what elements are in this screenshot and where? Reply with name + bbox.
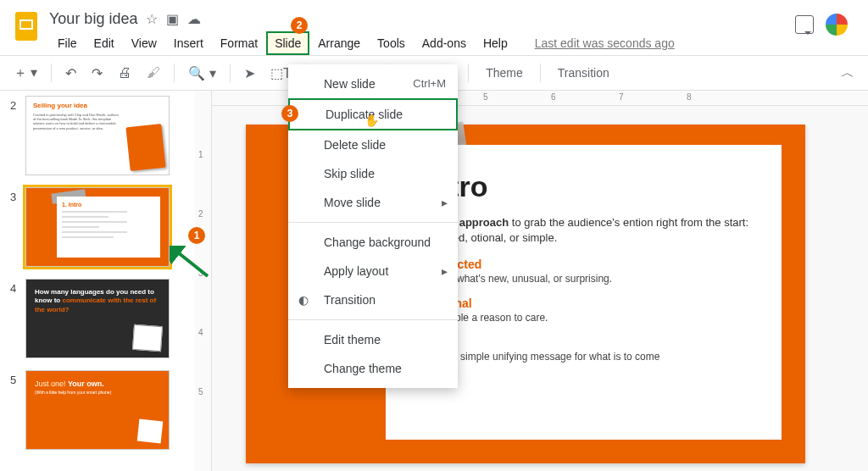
submenu-arrow-icon: ▸	[442, 264, 448, 278]
new-slide-button[interactable]: ＋ ▾	[8, 63, 42, 84]
cloud-status-icon[interactable]: ☁	[187, 11, 201, 27]
thumb5-heading: Just one! Your own.	[35, 380, 160, 388]
thumb-number: 5	[10, 370, 25, 386]
zoom-icon[interactable]: 🔍 ▾	[183, 64, 220, 83]
comments-icon[interactable]	[795, 15, 814, 34]
menu-new-slide[interactable]: New slide Ctrl+M	[288, 69, 458, 98]
menu-transition[interactable]: ◐ Transition	[288, 285, 458, 314]
menu-skip-slide[interactable]: Skip slide	[288, 159, 458, 188]
menu-view[interactable]: View	[123, 31, 165, 55]
thumb2-book-image	[125, 124, 165, 171]
menu-label: Transition	[324, 293, 376, 307]
bullet-title: Emotional	[415, 296, 760, 310]
document-title[interactable]: Your big idea	[49, 10, 137, 28]
submenu-arrow-icon: ▸	[442, 196, 448, 209]
sticky-note-graphic	[137, 419, 164, 444]
slide-thumbnails-panel: 2 Selling your idea Created in partnersh…	[0, 91, 195, 471]
thumb-number: 4	[10, 279, 25, 295]
last-edit-link[interactable]: Last edit was seconds ago	[535, 36, 675, 50]
slide-bullet-emotional[interactable]: ● Emotional Give people a reason to care…	[408, 296, 760, 324]
thumb3-title: 1. Intro	[62, 202, 155, 208]
bullet-title: Unexpected	[415, 258, 760, 271]
bullet-desc: Provide a simple unifying message for wh…	[415, 351, 760, 363]
menu-addons[interactable]: Add-ons	[414, 31, 475, 55]
paint-format-icon[interactable]: 🖌	[142, 64, 165, 82]
thumb2-text: Created in partnership with Chip and Dan…	[33, 113, 122, 130]
thumbnail-slide-3[interactable]: 1. Intro	[25, 187, 170, 267]
menu-label: New slide	[324, 77, 376, 91]
menu-apply-layout[interactable]: Apply layout ▸	[288, 257, 458, 285]
menu-change-theme[interactable]: Change theme	[288, 354, 458, 383]
bullet-desc: Give people a reason to care.	[415, 312, 760, 324]
thumb2-title: Selling your idea	[33, 102, 162, 109]
svg-line-0	[175, 250, 208, 276]
slide-title[interactable]: . Intro	[408, 170, 760, 203]
thumbnail-slide-5[interactable]: Just one! Your own. (With a little help …	[25, 370, 170, 450]
menu-file[interactable]: File	[49, 31, 86, 55]
transition-icon: ◐	[298, 293, 309, 307]
thumb4-text: How many languages do you need to know t…	[35, 288, 160, 314]
annotation-badge-2: 2	[291, 17, 308, 34]
sticky-note-graphic	[132, 324, 163, 352]
menu-change-background[interactable]: Change background	[288, 228, 458, 257]
menu-label: Apply layout	[324, 264, 388, 278]
menu-tools[interactable]: Tools	[369, 31, 414, 55]
slide-intro-text[interactable]: oose one approach to grab the audience's…	[408, 215, 760, 246]
bullet-desc: Highlight what's new, unusual, or surpri…	[415, 273, 760, 285]
menu-format[interactable]: Format	[212, 31, 266, 55]
menu-slide[interactable]: Slide	[266, 31, 309, 55]
vertical-ruler: 1 2 3 4 5	[195, 91, 212, 471]
mouse-cursor-icon: ✋	[364, 114, 379, 127]
theme-button[interactable]: Theme	[477, 66, 531, 80]
account-avatar[interactable]	[826, 14, 848, 36]
shortcut-label: Ctrl+M	[413, 77, 446, 90]
thumb5-sub: (With a little help from your smart phon…	[35, 390, 160, 395]
annotation-badge-1: 1	[188, 227, 205, 244]
transition-button[interactable]: Transition	[549, 66, 618, 80]
slide-bullet-unexpected[interactable]: ● Unexpected Highlight what's new, unusu…	[408, 258, 760, 285]
menu-help[interactable]: Help	[475, 31, 516, 55]
star-icon[interactable]: ☆	[146, 11, 158, 27]
annotation-arrow	[170, 246, 212, 280]
app-logo-slides[interactable]	[10, 10, 42, 42]
annotation-badge-3: 3	[281, 105, 298, 122]
redo-icon[interactable]: ↷	[86, 64, 108, 83]
bullet-title: Simple	[415, 335, 760, 349]
undo-icon[interactable]: ↶	[60, 64, 81, 83]
thumbnail-slide-2[interactable]: Selling your idea Created in partnership…	[25, 96, 170, 175]
menu-label: Move slide	[324, 196, 381, 209]
collapse-toolbar-icon[interactable]: ︿	[836, 63, 860, 84]
thumb-number: 2	[10, 96, 25, 112]
thumbnail-slide-4[interactable]: How many languages do you need to know t…	[25, 279, 170, 358]
move-folder-icon[interactable]: ▣	[166, 11, 179, 27]
menu-insert[interactable]: Insert	[165, 31, 212, 55]
slide-bullet-simple[interactable]: ● Simple Provide a simple unifying messa…	[408, 335, 760, 363]
menu-delete-slide[interactable]: Delete slide	[288, 130, 458, 159]
menu-edit[interactable]: Edit	[86, 31, 123, 55]
thumb-number: 3	[10, 187, 25, 203]
select-tool-icon[interactable]: ➤	[239, 64, 260, 83]
menu-move-slide[interactable]: Move slide ▸	[288, 188, 458, 217]
menu-arrange[interactable]: Arrange	[309, 31, 369, 55]
print-icon[interactable]: 🖨	[113, 64, 136, 82]
menu-edit-theme[interactable]: Edit theme	[288, 325, 458, 354]
